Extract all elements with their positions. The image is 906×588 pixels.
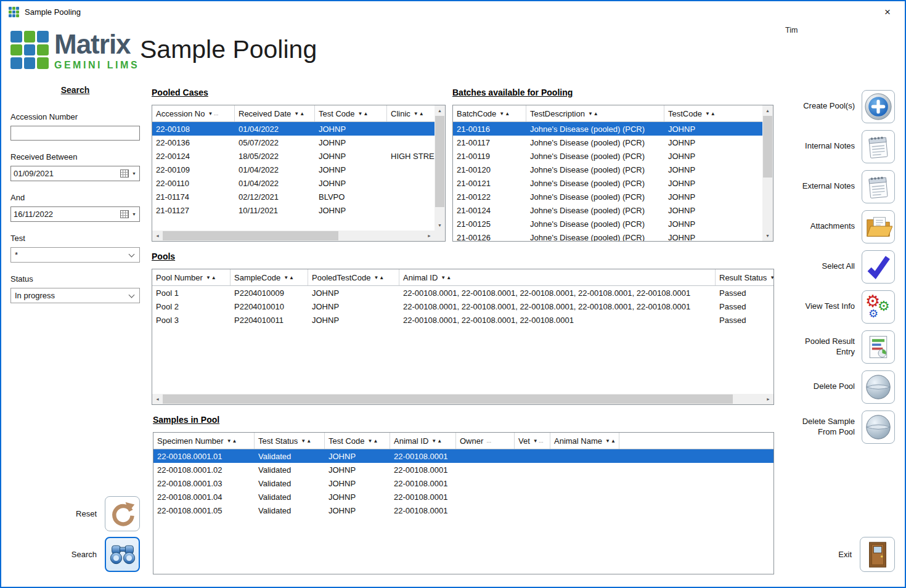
table-row[interactable]: 21-00119Johne's Disease (pooled) (PCR)JO… <box>453 149 773 163</box>
exit-button[interactable] <box>860 537 895 572</box>
vertical-scrollbar[interactable]: ▲ ▼ <box>762 105 773 241</box>
delete-sample-from-pool-button[interactable] <box>862 410 895 444</box>
table-row[interactable]: 21-00122Johne's Disease (pooled) (PCR)JO… <box>453 190 773 203</box>
column-header-test-status[interactable]: Test Status▼▲ <box>255 433 325 449</box>
column-header-animal-name[interactable]: Animal Name▼▲ <box>550 433 619 449</box>
scrollbar-thumb[interactable] <box>435 116 444 207</box>
table-row[interactable]: 22-0010901/04/2022JOHNP <box>152 163 445 176</box>
internal-notes-button[interactable] <box>862 130 895 163</box>
table-row[interactable]: 21-0112710/11/2021JOHNP <box>152 203 445 217</box>
column-header-pool-number[interactable]: Pool Number▼▲ <box>152 269 231 285</box>
column-header-test-code[interactable]: Test Code▼▲ <box>315 105 387 121</box>
calendar-icon[interactable] <box>120 210 129 218</box>
received-from-field[interactable]: 01/09/2021 ▼ <box>10 166 140 181</box>
search-button[interactable] <box>105 537 140 572</box>
view-test-info-button[interactable]: ⚙ ⚙ ⚙ <box>862 290 895 324</box>
column-header-animal-id[interactable]: Animal ID▼▲ <box>390 433 456 449</box>
column-header-testdescription[interactable]: TestDescription▼▲ <box>526 105 664 121</box>
table-row[interactable]: Pool 3P2204010011JOHNP22-00108.0001, 22-… <box>152 313 773 327</box>
external-notes-button[interactable] <box>862 170 895 203</box>
column-header-received-date[interactable]: Received Date▼▲ <box>235 105 315 121</box>
table-row[interactable]: Pool 2P2204010010JOHNP22-00108.0001, 22-… <box>152 300 773 313</box>
reset-button[interactable] <box>105 496 140 531</box>
table-row[interactable]: 22-0010801/04/2022JOHNP <box>152 122 445 136</box>
column-header-samplecode[interactable]: SampleCode▼▲ <box>231 269 308 285</box>
scroll-left-icon[interactable]: ◄ <box>152 231 163 241</box>
table-row[interactable]: 22-0011001/04/2022JOHNP <box>152 176 445 190</box>
sort-icon[interactable]: … <box>486 438 492 444</box>
select-all-button[interactable] <box>862 250 895 284</box>
column-header-animal-id[interactable]: Animal ID▼▲ <box>399 269 716 285</box>
sort-icon[interactable]: ▼▲ <box>373 275 385 280</box>
sort-icon[interactable]: ▼▲ <box>705 111 716 116</box>
dropdown-arrow-icon[interactable]: ▼ <box>132 212 136 216</box>
table-row[interactable]: 22-0012418/05/2022JOHNPHIGH STREET <box>152 149 445 163</box>
attachments-button[interactable] <box>862 210 895 243</box>
column-header-testcode[interactable]: TestCode▼▲ <box>664 105 773 121</box>
scrollbar-thumb[interactable] <box>163 394 733 404</box>
column-header-batchcode[interactable]: BatchCode▼▲ <box>453 105 526 121</box>
table-row[interactable]: 21-00116Johne's Disease (pooled) (PCR)JO… <box>453 122 773 136</box>
sort-icon[interactable]: ▼▲ <box>206 275 217 280</box>
horizontal-scrollbar[interactable]: ◄ ► <box>152 394 773 404</box>
scroll-down-icon[interactable]: ▼ <box>762 231 773 241</box>
sort-icon[interactable]: ▼▲ <box>588 111 599 116</box>
received-to-field[interactable]: 16/11/2022 ▼ <box>10 206 140 222</box>
scroll-right-icon[interactable]: ► <box>424 231 435 241</box>
sort-icon[interactable]: ▼▲ <box>301 438 312 444</box>
scroll-right-icon[interactable]: ► <box>763 394 773 404</box>
close-icon[interactable]: × <box>879 5 896 20</box>
horizontal-scrollbar[interactable]: ◄ ► <box>152 231 435 241</box>
calendar-icon[interactable] <box>120 169 129 178</box>
column-header-result-status[interactable]: Result Status▼▲ <box>716 269 773 285</box>
sort-icon[interactable]: ▼▲ <box>431 438 443 444</box>
sort-icon[interactable]: ▼▲ <box>358 111 369 116</box>
delete-pool-button[interactable] <box>862 370 895 404</box>
status-select[interactable]: In progress <box>10 288 140 303</box>
table-row[interactable]: 21-00120Johne's Disease (pooled) (PCR)JO… <box>453 163 773 176</box>
table-row[interactable]: 22-00108.0001.03ValidatedJOHNP22-00108.0… <box>153 476 773 490</box>
sort-icon[interactable]: ▼… <box>533 438 544 444</box>
sort-icon[interactable]: ▼▲ <box>284 275 295 280</box>
scroll-down-icon[interactable]: ▼ <box>435 220 445 231</box>
pooled-cases-table[interactable]: Accession No▼…Received Date▼▲Test Code▼▲… <box>152 105 446 242</box>
pools-table[interactable]: Pool Number▼▲SampleCode▼▲PooledTestCode▼… <box>152 269 774 405</box>
column-header-accession-no[interactable]: Accession No▼… <box>152 105 235 121</box>
scrollbar-thumb[interactable] <box>763 116 772 178</box>
test-select[interactable]: * <box>10 247 140 263</box>
table-row[interactable]: 21-00126Johne's Disease (pooled) (PCR)JO… <box>453 231 773 241</box>
table-row[interactable]: Pool 1P2204010009JOHNP22-00108.0001, 22-… <box>152 286 773 300</box>
sort-icon[interactable]: ▼▲ <box>414 111 425 116</box>
table-row[interactable]: 22-00108.0001.01ValidatedJOHNP22-00108.0… <box>153 449 773 463</box>
table-row[interactable]: 21-0117402/12/2021BLVPO <box>152 190 445 203</box>
scroll-up-icon[interactable]: ▲ <box>435 105 445 116</box>
column-header-test-code[interactable]: Test Code▼▲ <box>325 433 390 449</box>
dropdown-arrow-icon[interactable]: ▼ <box>132 171 136 176</box>
table-row[interactable]: 22-00108.0001.05ValidatedJOHNP22-00108.0… <box>153 504 773 517</box>
sort-icon[interactable]: ▼▲ <box>499 111 510 116</box>
table-row[interactable]: 21-00117Johne's Disease (pooled) (PCR)JO… <box>453 136 773 149</box>
scroll-up-icon[interactable]: ▲ <box>762 105 773 116</box>
table-row[interactable]: 21-00125Johne's Disease (pooled) (PCR)JO… <box>453 217 773 231</box>
table-row[interactable]: 22-00108.0001.04ValidatedJOHNP22-00108.0… <box>153 490 773 504</box>
samples-in-pool-table[interactable]: Specimen Number▼▲Test Status▼▲Test Code▼… <box>153 432 774 574</box>
table-row[interactable]: 22-00108.0001.02ValidatedJOHNP22-00108.0… <box>153 463 773 476</box>
column-header-vet[interactable]: Vet▼… <box>515 433 550 449</box>
accession-number-input[interactable] <box>10 126 140 141</box>
scroll-left-icon[interactable]: ◄ <box>152 394 163 404</box>
sort-icon[interactable]: ▼▲ <box>227 438 238 444</box>
sort-icon[interactable]: ▼▲ <box>770 275 773 280</box>
batches-table[interactable]: BatchCode▼▲TestDescription▼▲TestCode▼▲ 2… <box>452 105 773 242</box>
table-row[interactable]: 22-0013605/07/2022JOHNP <box>152 136 445 149</box>
column-header-specimen-number[interactable]: Specimen Number▼▲ <box>153 433 255 449</box>
create-pools-button[interactable] <box>862 90 895 123</box>
sort-icon[interactable]: ▼▲ <box>441 275 452 280</box>
table-row[interactable]: 21-00121Johne's Disease (pooled) (PCR)JO… <box>453 176 773 190</box>
vertical-scrollbar[interactable]: ▲ ▼ <box>435 105 445 231</box>
sort-icon[interactable]: ▼… <box>208 111 219 116</box>
sort-icon[interactable]: ▼▲ <box>368 438 379 444</box>
pooled-result-entry-button[interactable] <box>862 330 895 364</box>
scrollbar-thumb[interactable] <box>163 231 338 240</box>
column-header-owner[interactable]: Owner… <box>456 433 515 449</box>
column-header-pooledtestcode[interactable]: PooledTestCode▼▲ <box>308 269 399 285</box>
